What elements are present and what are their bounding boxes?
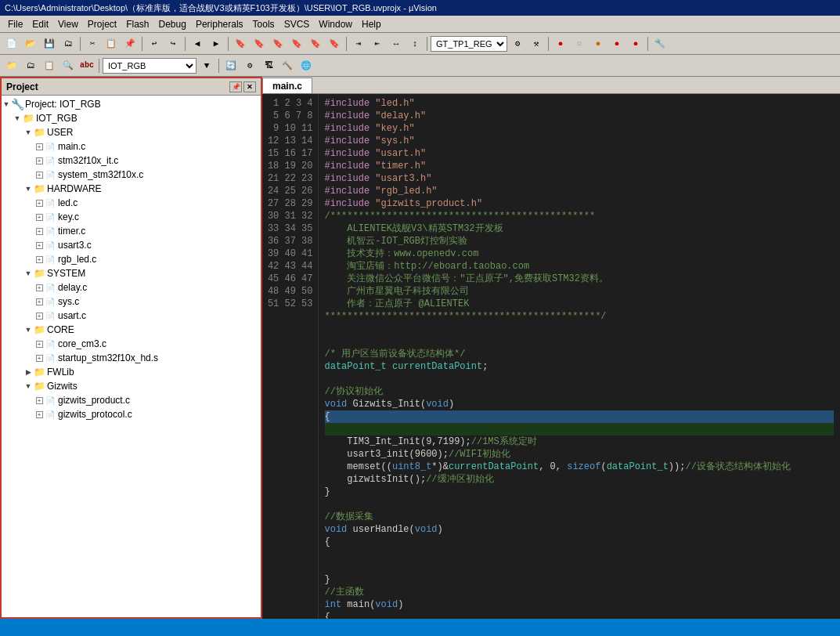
code-line (325, 423, 834, 435)
t2-btn7[interactable]: ⚙ (241, 57, 258, 74)
tree-item-hardware[interactable]: ▼📁HARDWARE (2, 182, 261, 196)
debug5-btn[interactable]: ● (627, 35, 644, 52)
tree-item-main_c[interactable]: +📄main.c (2, 139, 261, 154)
save-all-btn[interactable]: 🗂 (59, 35, 77, 52)
tree-item-usart_c[interactable]: +📄usart.c (2, 309, 261, 323)
bookmark4-btn[interactable]: 🔖 (288, 35, 305, 52)
tree-item-rgb_led_c[interactable]: +📄rgb_led.c (2, 252, 261, 266)
menu-tools[interactable]: Tools (248, 18, 279, 31)
tree-expander[interactable]: ▼ (23, 184, 33, 193)
t2-btn8[interactable]: 🏗 (260, 57, 277, 74)
menu-debug[interactable]: Debug (154, 18, 191, 31)
tree-item-timer_c[interactable]: +📄timer.c (2, 224, 261, 238)
title-text: C:\Users\Administrator\Desktop\（标准库版，适合战… (5, 2, 437, 14)
tree-item-core_cm3[interactable]: +📄core_cm3.c (2, 337, 261, 351)
tree-expander[interactable]: ▼ (2, 99, 11, 109)
menu-peripherals[interactable]: Peripherals (191, 18, 248, 31)
menu-project[interactable]: Project (83, 18, 121, 31)
folder-icon: 📁 (33, 126, 45, 139)
code-line: //主函数 (325, 587, 364, 598)
tree-item-iot_rgb[interactable]: ▼📁IOT_RGB (2, 111, 261, 125)
bookmark5-btn[interactable]: 🔖 (307, 35, 324, 52)
t2-btn5[interactable]: abc (78, 57, 96, 74)
tree-expander[interactable]: ▶ (23, 367, 33, 377)
tree-item-gizwits[interactable]: ▼📁Gizwits (2, 379, 261, 393)
sep6 (427, 37, 427, 51)
bookmark6-btn[interactable]: 🔖 (326, 35, 343, 52)
tree-item-gizwits_product[interactable]: +📄gizwits_product.c (2, 393, 261, 407)
menu-edit[interactable]: Edit (27, 18, 53, 31)
file-icon: 📄 (44, 352, 56, 364)
tree-item-delay_c[interactable]: +📄delay.c (2, 280, 261, 295)
code-editor[interactable]: 1 2 3 4 5 6 7 8 9 10 11 12 13 14 15 16 1… (262, 94, 840, 619)
t2-btn4[interactable]: 🔍 (59, 57, 77, 74)
t2-btn3[interactable]: 📋 (41, 57, 58, 74)
tree-item-core_grp[interactable]: ▼📁CORE (2, 323, 261, 337)
indent1-btn[interactable]: ⇥ (350, 35, 367, 52)
redo-btn[interactable]: ↪ (164, 35, 182, 52)
undo-btn[interactable]: ↩ (146, 35, 163, 52)
debug4-btn[interactable]: ● (608, 35, 625, 52)
cut-btn[interactable]: ✂ (84, 35, 101, 52)
tree-item-system_stm32[interactable]: +📄system_stm32f10x.c (2, 168, 261, 182)
target-settings-btn[interactable]: ⚙ (509, 35, 526, 52)
project-combo[interactable]: IOT_RGB (103, 58, 196, 74)
tree-expander[interactable]: ▼ (23, 325, 33, 334)
t2-btn10[interactable]: 🌐 (297, 57, 315, 74)
tree-item-gizwits_protocol[interactable]: +📄gizwits_protocol.c (2, 407, 261, 421)
tree-item-key_c[interactable]: +📄key.c (2, 210, 261, 224)
file-icon: 📄 (44, 253, 56, 266)
menu-flash[interactable]: Flash (121, 18, 153, 31)
tree-expander[interactable]: ▼ (23, 269, 33, 278)
tree-item-led_c[interactable]: +📄led.c (2, 196, 261, 210)
bookmark1-btn[interactable]: 🔖 (232, 35, 249, 52)
tree-item-root[interactable]: ▼🔧Project: IOT_RGB (2, 97, 261, 111)
tab-main-c[interactable]: main.c (262, 78, 312, 93)
code-line: void Gizwits_Init(void) (325, 399, 455, 410)
tree-item-fwlib[interactable]: ▶📁FWLib (2, 365, 261, 379)
tree-item-startup_stm32[interactable]: +📄startup_stm32f10x_hd.s (2, 351, 261, 365)
t2-btn2[interactable]: 🗂 (22, 57, 39, 74)
menu-view[interactable]: View (53, 18, 83, 31)
bookmark3-btn[interactable]: 🔖 (269, 35, 287, 52)
tree-item-user[interactable]: ▼📁USER (2, 125, 261, 139)
nav-fwd-btn[interactable]: ▶ (207, 35, 225, 52)
t2-btn9[interactable]: 🔨 (279, 57, 296, 74)
tree-label-system_stm32: system_stm32f10x.c (58, 169, 143, 180)
open-btn[interactable]: 📂 (22, 35, 39, 52)
menu-svcs[interactable]: SVCS (279, 18, 315, 31)
tree-item-stm32f10x_it[interactable]: +📄stm32f10x_it.c (2, 154, 261, 168)
tree-expander: + (34, 198, 44, 208)
tree-expander[interactable]: ▼ (13, 114, 22, 123)
target-build-btn[interactable]: ⚒ (528, 35, 545, 52)
tree-item-sys_c[interactable]: +📄sys.c (2, 295, 261, 309)
indent2-btn[interactable]: ⇤ (369, 35, 386, 52)
indent3-btn[interactable]: ↔ (388, 35, 405, 52)
paste-btn[interactable]: 📌 (121, 35, 139, 52)
bookmark2-btn[interactable]: 🔖 (251, 35, 268, 52)
copy-btn[interactable]: 📋 (103, 35, 120, 52)
code-line: #include "rgb_led.h" (325, 186, 438, 197)
new-btn[interactable]: 📄 (3, 35, 20, 52)
indent4-btn[interactable]: ↕ (406, 35, 424, 52)
code-line: #include "usart.h" (325, 148, 427, 159)
menu-help[interactable]: Help (357, 18, 386, 31)
target-combo[interactable]: GT_TP1_REG (431, 36, 507, 52)
panel-close-btn[interactable]: ✕ (243, 81, 256, 92)
debug3-btn[interactable]: ● (589, 35, 607, 52)
t2-btn6[interactable]: 🔄 (222, 57, 240, 74)
tree-item-usart3_c[interactable]: +📄usart3.c (2, 238, 261, 252)
nav-back-btn[interactable]: ◀ (189, 35, 206, 52)
find-btn[interactable]: 🔧 (651, 35, 669, 52)
panel-pin-btn[interactable]: 📌 (229, 81, 242, 92)
tree-item-system_grp[interactable]: ▼📁SYSTEM (2, 266, 261, 280)
menu-window[interactable]: Window (314, 18, 357, 31)
tree-expander[interactable]: ▼ (23, 381, 33, 391)
menu-file[interactable]: File (3, 18, 27, 31)
project-settings-btn[interactable]: ▼ (198, 57, 215, 74)
save-btn[interactable]: 💾 (41, 35, 58, 52)
debug-btn[interactable]: ● (552, 35, 569, 52)
t2-btn1[interactable]: 📁 (3, 57, 20, 74)
debug2-btn[interactable]: ○ (571, 35, 588, 52)
tree-expander[interactable]: ▼ (23, 128, 33, 137)
